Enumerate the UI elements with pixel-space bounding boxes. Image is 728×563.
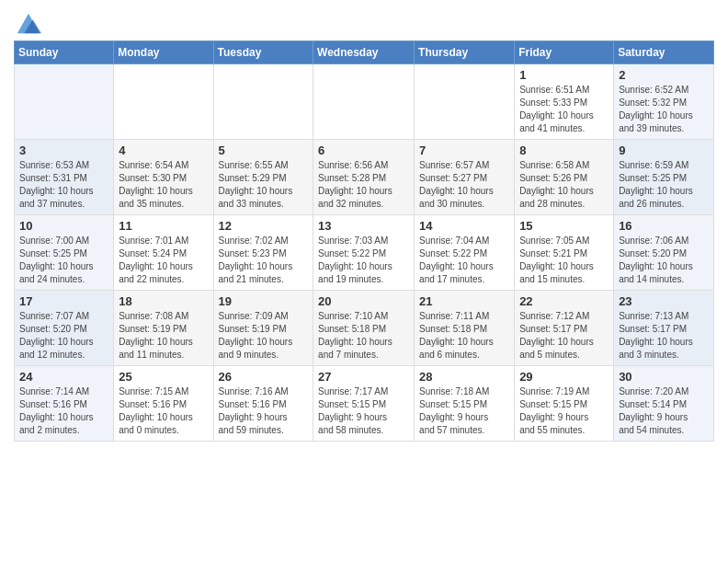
weekday-header-thursday: Thursday bbox=[415, 41, 515, 64]
weekday-header-monday: Monday bbox=[114, 41, 213, 64]
calendar-day-cell: 21Sunrise: 7:11 AM Sunset: 5:18 PM Dayli… bbox=[415, 291, 515, 366]
calendar-day-cell: 16Sunrise: 7:06 AM Sunset: 5:20 PM Dayli… bbox=[614, 215, 714, 291]
day-info: Sunrise: 7:06 AM Sunset: 5:20 PM Dayligh… bbox=[619, 235, 709, 286]
day-number: 12 bbox=[219, 219, 309, 233]
day-info: Sunrise: 7:07 AM Sunset: 5:20 PM Dayligh… bbox=[19, 310, 108, 362]
day-info: Sunrise: 7:00 AM Sunset: 5:25 PM Dayligh… bbox=[19, 235, 108, 286]
page-container: SundayMondayTuesdayWednesdayThursdayFrid… bbox=[0, 0, 728, 451]
day-info: Sunrise: 6:56 AM Sunset: 5:28 PM Dayligh… bbox=[318, 159, 409, 211]
day-info: Sunrise: 6:54 AM Sunset: 5:30 PM Dayligh… bbox=[119, 159, 208, 211]
logo bbox=[14, 9, 41, 35]
day-number: 1 bbox=[519, 68, 609, 82]
calendar-day-cell: 19Sunrise: 7:09 AM Sunset: 5:19 PM Dayli… bbox=[213, 291, 313, 366]
calendar-day-cell: 29Sunrise: 7:19 AM Sunset: 5:15 PM Dayli… bbox=[515, 366, 614, 442]
day-info: Sunrise: 7:18 AM Sunset: 5:15 PM Dayligh… bbox=[419, 385, 509, 437]
calendar-table: SundayMondayTuesdayWednesdayThursdayFrid… bbox=[14, 40, 714, 442]
calendar-day-cell: 13Sunrise: 7:03 AM Sunset: 5:22 PM Dayli… bbox=[313, 215, 415, 291]
day-info: Sunrise: 7:08 AM Sunset: 5:19 PM Dayligh… bbox=[119, 310, 208, 362]
calendar-day-cell: 23Sunrise: 7:13 AM Sunset: 5:17 PM Dayli… bbox=[614, 291, 714, 366]
day-number: 9 bbox=[619, 144, 709, 157]
day-info: Sunrise: 7:09 AM Sunset: 5:19 PM Dayligh… bbox=[219, 310, 309, 362]
calendar-day-cell: 12Sunrise: 7:02 AM Sunset: 5:23 PM Dayli… bbox=[213, 215, 313, 291]
day-number: 24 bbox=[19, 370, 108, 384]
weekday-header-friday: Friday bbox=[515, 41, 614, 64]
day-info: Sunrise: 7:12 AM Sunset: 5:17 PM Dayligh… bbox=[519, 310, 609, 362]
day-number: 27 bbox=[318, 370, 409, 384]
day-number: 11 bbox=[119, 219, 208, 233]
calendar-day-cell: 14Sunrise: 7:04 AM Sunset: 5:22 PM Dayli… bbox=[415, 215, 515, 291]
day-number: 19 bbox=[219, 294, 309, 308]
weekday-header-wednesday: Wednesday bbox=[313, 41, 415, 64]
calendar-day-cell: 24Sunrise: 7:14 AM Sunset: 5:16 PM Dayli… bbox=[15, 366, 114, 442]
calendar-day-cell: 18Sunrise: 7:08 AM Sunset: 5:19 PM Dayli… bbox=[114, 291, 213, 366]
day-info: Sunrise: 6:58 AM Sunset: 5:26 PM Dayligh… bbox=[519, 159, 609, 211]
day-number: 20 bbox=[318, 294, 409, 308]
calendar-day-cell: 10Sunrise: 7:00 AM Sunset: 5:25 PM Dayli… bbox=[15, 215, 114, 291]
calendar-day-cell: 2Sunrise: 6:52 AM Sunset: 5:32 PM Daylig… bbox=[614, 64, 714, 140]
day-info: Sunrise: 6:55 AM Sunset: 5:29 PM Dayligh… bbox=[219, 159, 309, 211]
day-number: 2 bbox=[619, 68, 709, 82]
day-info: Sunrise: 7:01 AM Sunset: 5:24 PM Dayligh… bbox=[119, 235, 208, 286]
day-number: 26 bbox=[219, 370, 309, 384]
day-number: 22 bbox=[519, 294, 609, 308]
day-number: 23 bbox=[619, 294, 709, 308]
day-info: Sunrise: 7:16 AM Sunset: 5:16 PM Dayligh… bbox=[219, 385, 309, 437]
calendar-day-cell: 1Sunrise: 6:51 AM Sunset: 5:33 PM Daylig… bbox=[515, 64, 614, 140]
day-info: Sunrise: 7:03 AM Sunset: 5:22 PM Dayligh… bbox=[318, 235, 409, 286]
day-number: 21 bbox=[419, 294, 509, 308]
calendar-day-cell: 15Sunrise: 7:05 AM Sunset: 5:21 PM Dayli… bbox=[515, 215, 614, 291]
calendar-day-cell: 4Sunrise: 6:54 AM Sunset: 5:30 PM Daylig… bbox=[114, 140, 213, 215]
day-number: 14 bbox=[419, 219, 509, 233]
day-number: 28 bbox=[419, 370, 509, 384]
day-number: 7 bbox=[419, 144, 509, 157]
weekday-header-sunday: Sunday bbox=[15, 41, 114, 64]
day-info: Sunrise: 6:52 AM Sunset: 5:32 PM Dayligh… bbox=[619, 84, 709, 135]
day-info: Sunrise: 7:11 AM Sunset: 5:18 PM Dayligh… bbox=[419, 310, 509, 362]
day-number: 15 bbox=[519, 219, 609, 233]
calendar-day-cell: 6Sunrise: 6:56 AM Sunset: 5:28 PM Daylig… bbox=[313, 140, 415, 215]
day-number: 8 bbox=[519, 144, 609, 157]
day-info: Sunrise: 6:57 AM Sunset: 5:27 PM Dayligh… bbox=[419, 159, 509, 211]
weekday-header-saturday: Saturday bbox=[614, 41, 714, 64]
calendar-day-cell bbox=[114, 64, 213, 140]
calendar-day-cell: 27Sunrise: 7:17 AM Sunset: 5:15 PM Dayli… bbox=[313, 366, 415, 442]
day-number: 25 bbox=[119, 370, 208, 384]
day-info: Sunrise: 7:13 AM Sunset: 5:17 PM Dayligh… bbox=[619, 310, 709, 362]
day-info: Sunrise: 7:02 AM Sunset: 5:23 PM Dayligh… bbox=[219, 235, 309, 286]
calendar-week-row: 24Sunrise: 7:14 AM Sunset: 5:16 PM Dayli… bbox=[15, 366, 714, 442]
calendar-day-cell: 8Sunrise: 6:58 AM Sunset: 5:26 PM Daylig… bbox=[515, 140, 614, 215]
day-info: Sunrise: 7:20 AM Sunset: 5:14 PM Dayligh… bbox=[619, 385, 709, 437]
day-number: 16 bbox=[619, 219, 709, 233]
calendar-day-cell: 22Sunrise: 7:12 AM Sunset: 5:17 PM Dayli… bbox=[515, 291, 614, 366]
day-number: 4 bbox=[119, 144, 208, 157]
day-info: Sunrise: 7:19 AM Sunset: 5:15 PM Dayligh… bbox=[519, 385, 609, 437]
calendar-day-cell: 3Sunrise: 6:53 AM Sunset: 5:31 PM Daylig… bbox=[15, 140, 114, 215]
day-number: 5 bbox=[219, 144, 309, 157]
day-info: Sunrise: 6:59 AM Sunset: 5:25 PM Dayligh… bbox=[619, 159, 709, 211]
calendar-day-cell: 20Sunrise: 7:10 AM Sunset: 5:18 PM Dayli… bbox=[313, 291, 415, 366]
day-info: Sunrise: 7:10 AM Sunset: 5:18 PM Dayligh… bbox=[318, 310, 409, 362]
calendar-week-row: 3Sunrise: 6:53 AM Sunset: 5:31 PM Daylig… bbox=[15, 140, 714, 215]
day-info: Sunrise: 7:05 AM Sunset: 5:21 PM Dayligh… bbox=[519, 235, 609, 286]
day-info: Sunrise: 7:17 AM Sunset: 5:15 PM Dayligh… bbox=[318, 385, 409, 437]
calendar-day-cell: 11Sunrise: 7:01 AM Sunset: 5:24 PM Dayli… bbox=[114, 215, 213, 291]
calendar-header-row: SundayMondayTuesdayWednesdayThursdayFrid… bbox=[15, 41, 714, 64]
header bbox=[14, 9, 714, 35]
calendar-day-cell: 17Sunrise: 7:07 AM Sunset: 5:20 PM Dayli… bbox=[15, 291, 114, 366]
calendar-day-cell: 9Sunrise: 6:59 AM Sunset: 5:25 PM Daylig… bbox=[614, 140, 714, 215]
day-number: 30 bbox=[619, 370, 709, 384]
weekday-header-tuesday: Tuesday bbox=[213, 41, 313, 64]
day-info: Sunrise: 7:15 AM Sunset: 5:16 PM Dayligh… bbox=[119, 385, 208, 437]
calendar-day-cell: 26Sunrise: 7:16 AM Sunset: 5:16 PM Dayli… bbox=[213, 366, 313, 442]
day-number: 6 bbox=[318, 144, 409, 157]
calendar-day-cell bbox=[415, 64, 515, 140]
day-number: 29 bbox=[519, 370, 609, 384]
calendar-week-row: 17Sunrise: 7:07 AM Sunset: 5:20 PM Dayli… bbox=[15, 291, 714, 366]
day-info: Sunrise: 7:04 AM Sunset: 5:22 PM Dayligh… bbox=[419, 235, 509, 286]
day-number: 18 bbox=[119, 294, 208, 308]
calendar-day-cell bbox=[15, 64, 114, 140]
calendar-day-cell: 30Sunrise: 7:20 AM Sunset: 5:14 PM Dayli… bbox=[614, 366, 714, 442]
day-number: 17 bbox=[19, 294, 108, 308]
calendar-week-row: 10Sunrise: 7:00 AM Sunset: 5:25 PM Dayli… bbox=[15, 215, 714, 291]
day-number: 10 bbox=[19, 219, 108, 233]
